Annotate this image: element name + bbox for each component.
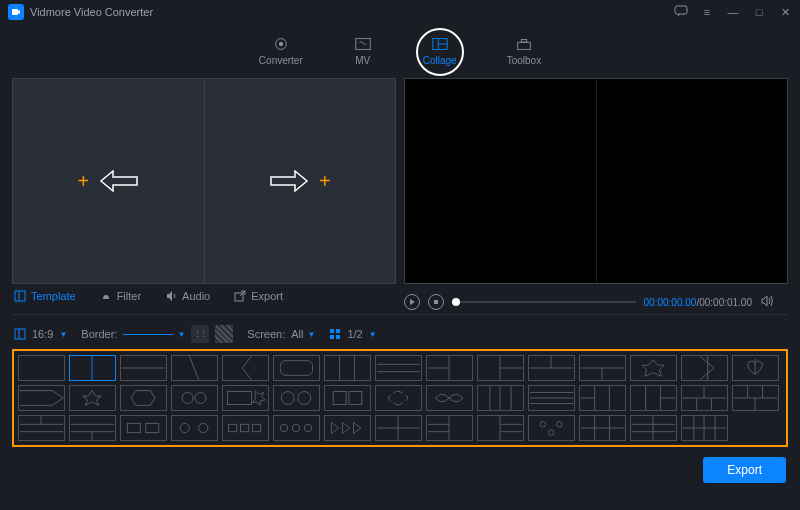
template-item[interactable] (732, 355, 779, 381)
tab-converter[interactable]: Converter (259, 36, 303, 66)
canvas-slot-left[interactable]: + (13, 79, 205, 283)
border-texture-button[interactable] (215, 325, 233, 343)
volume-icon[interactable] (760, 294, 774, 310)
template-row (18, 385, 782, 411)
border-style-dropdown[interactable]: ▼ (123, 330, 185, 339)
template-item[interactable] (69, 355, 116, 381)
add-icon: + (77, 170, 89, 193)
progress-bar[interactable] (452, 301, 636, 303)
template-item[interactable] (273, 355, 320, 381)
svg-rect-14 (15, 329, 25, 339)
template-item[interactable] (69, 415, 116, 441)
template-item[interactable] (324, 385, 371, 411)
template-item[interactable] (171, 385, 218, 411)
arrow-left-icon (99, 169, 139, 193)
progress-handle[interactable] (452, 298, 460, 306)
maximize-icon[interactable]: □ (752, 6, 766, 18)
template-item[interactable] (630, 415, 677, 441)
template-item[interactable] (477, 355, 524, 381)
close-icon[interactable]: ✕ (778, 6, 792, 19)
svg-rect-9 (521, 40, 526, 43)
template-item[interactable] (120, 385, 167, 411)
svg-point-91 (548, 430, 554, 436)
svg-rect-19 (336, 335, 340, 339)
subtab-export[interactable]: Export (234, 290, 283, 302)
subtab-filter[interactable]: Filter (100, 290, 141, 302)
template-item[interactable] (18, 385, 65, 411)
template-item[interactable] (222, 385, 269, 411)
export-button[interactable]: Export (703, 457, 786, 483)
tab-toolbox[interactable]: Toolbox (507, 36, 541, 66)
svg-point-90 (557, 422, 563, 428)
canvas-slot-right[interactable]: + (205, 79, 396, 283)
options-bar: 16:9 ▼ Border: ▼ Screen: All ▼ 1/2 ▼ (0, 321, 800, 347)
svg-point-41 (281, 392, 294, 405)
template-item[interactable] (528, 415, 575, 441)
template-item[interactable] (18, 415, 65, 441)
template-item[interactable] (18, 355, 65, 381)
template-item[interactable] (426, 415, 473, 441)
subtab-template[interactable]: Template (14, 290, 76, 302)
subtab-template-label: Template (31, 290, 76, 302)
template-item[interactable] (273, 415, 320, 441)
minimize-icon[interactable]: — (726, 6, 740, 18)
tab-mv[interactable]: MV (353, 36, 373, 66)
template-item[interactable] (426, 355, 473, 381)
play-button[interactable] (404, 294, 420, 310)
template-item[interactable] (528, 355, 575, 381)
template-item[interactable] (426, 385, 473, 411)
template-item[interactable] (579, 415, 626, 441)
border-pattern-button[interactable] (191, 325, 209, 343)
feedback-icon[interactable] (674, 5, 688, 19)
svg-rect-76 (240, 424, 248, 431)
screen-dropdown[interactable]: All ▼ (291, 328, 315, 340)
template-item[interactable] (222, 355, 269, 381)
template-item[interactable] (120, 355, 167, 381)
template-item[interactable] (528, 385, 575, 411)
template-item[interactable] (630, 355, 677, 381)
svg-point-89 (540, 422, 546, 428)
grid-icon (329, 328, 341, 340)
template-item[interactable] (171, 355, 218, 381)
template-item[interactable] (375, 355, 422, 381)
subtab-audio[interactable]: Audio (165, 290, 210, 302)
template-item[interactable] (630, 385, 677, 411)
aspect-ratio-selector[interactable]: 16:9 ▼ (14, 328, 67, 340)
template-item[interactable] (681, 415, 728, 441)
svg-rect-16 (330, 329, 334, 333)
template-item[interactable] (681, 355, 728, 381)
template-item[interactable] (579, 355, 626, 381)
template-item[interactable] (69, 385, 116, 411)
template-item[interactable] (732, 385, 779, 411)
footer: Export (0, 449, 800, 483)
screen-control: Screen: All ▼ (247, 328, 315, 340)
template-item[interactable] (579, 385, 626, 411)
stop-button[interactable] (428, 294, 444, 310)
template-item[interactable] (681, 385, 728, 411)
svg-point-78 (280, 424, 287, 431)
tab-collage[interactable]: Collage (423, 36, 457, 66)
template-item[interactable] (477, 415, 524, 441)
caret-icon[interactable]: ▼ (369, 330, 377, 339)
template-item[interactable] (171, 415, 218, 441)
template-item[interactable] (273, 385, 320, 411)
templates-grid (12, 349, 788, 447)
template-item[interactable] (324, 415, 371, 441)
template-item[interactable] (324, 355, 371, 381)
tab-collage-label: Collage (423, 55, 457, 66)
audio-icon (165, 290, 177, 302)
svg-rect-10 (15, 291, 25, 301)
window-controls: ≡ — □ ✕ (674, 5, 792, 19)
border-label: Border: (81, 328, 117, 340)
menu-icon[interactable]: ≡ (700, 6, 714, 18)
player-controls: 00:00:00.00/00:00:01.00 (400, 290, 788, 314)
collage-canvas: + + (12, 78, 396, 284)
template-item[interactable] (375, 385, 422, 411)
svg-rect-8 (518, 42, 531, 49)
template-item[interactable] (477, 385, 524, 411)
tab-converter-label: Converter (259, 55, 303, 66)
template-item[interactable] (120, 415, 167, 441)
template-item[interactable] (222, 415, 269, 441)
template-item[interactable] (375, 415, 422, 441)
caret-icon: ▼ (308, 330, 316, 339)
